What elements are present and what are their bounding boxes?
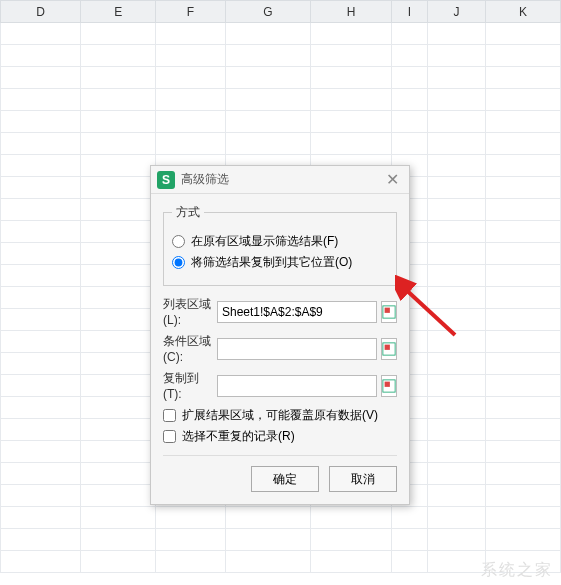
cell[interactable]	[81, 441, 156, 463]
cell[interactable]	[156, 111, 225, 133]
cell[interactable]	[486, 309, 561, 331]
column-header[interactable]: I	[391, 1, 427, 23]
cell[interactable]	[225, 45, 311, 67]
cell[interactable]	[1, 375, 81, 397]
cell[interactable]	[1, 485, 81, 507]
cell[interactable]	[486, 67, 561, 89]
cell[interactable]	[427, 67, 485, 89]
cell[interactable]	[311, 111, 391, 133]
cell[interactable]	[81, 111, 156, 133]
cell[interactable]	[486, 177, 561, 199]
cell[interactable]	[1, 199, 81, 221]
cell[interactable]	[81, 529, 156, 551]
cell[interactable]	[1, 23, 81, 45]
cell[interactable]	[391, 89, 427, 111]
cell[interactable]	[156, 133, 225, 155]
cell[interactable]	[391, 23, 427, 45]
cell[interactable]	[81, 67, 156, 89]
cell[interactable]	[427, 463, 485, 485]
cell[interactable]	[486, 155, 561, 177]
cell[interactable]	[1, 133, 81, 155]
cell[interactable]	[486, 23, 561, 45]
cell[interactable]	[225, 507, 311, 529]
cell[interactable]	[486, 375, 561, 397]
cell[interactable]	[225, 89, 311, 111]
cell[interactable]	[156, 23, 225, 45]
cell[interactable]	[427, 23, 485, 45]
cell[interactable]	[311, 67, 391, 89]
cell[interactable]	[1, 287, 81, 309]
cell[interactable]	[1, 265, 81, 287]
cell[interactable]	[486, 199, 561, 221]
cell[interactable]	[391, 529, 427, 551]
column-header[interactable]: J	[427, 1, 485, 23]
cell[interactable]	[427, 507, 485, 529]
cell[interactable]	[1, 221, 81, 243]
cell[interactable]	[81, 23, 156, 45]
cell[interactable]	[427, 243, 485, 265]
cell[interactable]	[486, 243, 561, 265]
cell[interactable]	[156, 45, 225, 67]
cell[interactable]	[81, 177, 156, 199]
cell[interactable]	[427, 45, 485, 67]
cell[interactable]	[427, 419, 485, 441]
cell[interactable]	[311, 133, 391, 155]
cell[interactable]	[81, 89, 156, 111]
ok-button[interactable]: 确定	[251, 466, 319, 492]
cell[interactable]	[427, 529, 485, 551]
cell[interactable]	[391, 45, 427, 67]
cell[interactable]	[81, 463, 156, 485]
cell[interactable]	[81, 133, 156, 155]
list-range-input[interactable]	[217, 301, 377, 323]
cell[interactable]	[391, 111, 427, 133]
cell[interactable]	[427, 221, 485, 243]
copy-to-input[interactable]	[217, 375, 377, 397]
column-header[interactable]: H	[311, 1, 391, 23]
cell[interactable]	[1, 419, 81, 441]
cell[interactable]	[156, 507, 225, 529]
cell[interactable]	[391, 507, 427, 529]
cell[interactable]	[1, 507, 81, 529]
cell[interactable]	[81, 397, 156, 419]
column-header[interactable]: D	[1, 1, 81, 23]
close-icon[interactable]: ✕	[382, 170, 403, 189]
cell[interactable]	[81, 155, 156, 177]
cell[interactable]	[1, 45, 81, 67]
criteria-range-input[interactable]	[217, 338, 377, 360]
cell[interactable]	[427, 331, 485, 353]
cell[interactable]	[427, 199, 485, 221]
radio-copy-to-other[interactable]	[172, 256, 185, 269]
cell[interactable]	[225, 23, 311, 45]
cell[interactable]	[1, 331, 81, 353]
cell[interactable]	[486, 507, 561, 529]
cell[interactable]	[391, 551, 427, 573]
cell[interactable]	[1, 463, 81, 485]
cell[interactable]	[225, 133, 311, 155]
cell[interactable]	[1, 243, 81, 265]
cell[interactable]	[156, 67, 225, 89]
column-header[interactable]: E	[81, 1, 156, 23]
cell[interactable]	[486, 331, 561, 353]
cell[interactable]	[156, 529, 225, 551]
column-header[interactable]: K	[486, 1, 561, 23]
cell[interactable]	[81, 375, 156, 397]
cell[interactable]	[427, 155, 485, 177]
criteria-range-picker-icon[interactable]	[381, 338, 397, 360]
cell[interactable]	[427, 133, 485, 155]
cell[interactable]	[486, 111, 561, 133]
cell[interactable]	[1, 67, 81, 89]
cell[interactable]	[486, 463, 561, 485]
cell[interactable]	[427, 397, 485, 419]
unique-records-checkbox[interactable]	[163, 430, 176, 443]
cancel-button[interactable]: 取消	[329, 466, 397, 492]
cell[interactable]	[427, 353, 485, 375]
cell[interactable]	[156, 551, 225, 573]
cell[interactable]	[1, 177, 81, 199]
cell[interactable]	[225, 551, 311, 573]
cell[interactable]	[486, 221, 561, 243]
cell[interactable]	[486, 419, 561, 441]
cell[interactable]	[311, 23, 391, 45]
cell[interactable]	[81, 331, 156, 353]
cell[interactable]	[81, 419, 156, 441]
cell[interactable]	[427, 375, 485, 397]
